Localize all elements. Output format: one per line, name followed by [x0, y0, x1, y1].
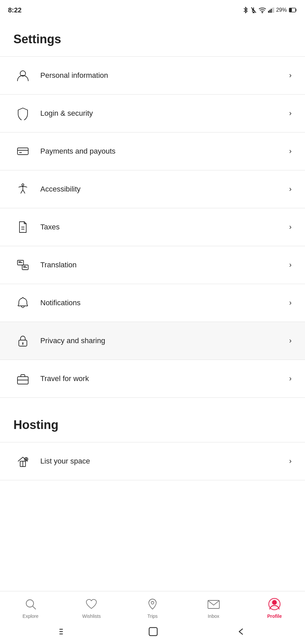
notifications-label: Notifications	[40, 299, 289, 307]
svg-rect-5	[269, 10, 270, 13]
svg-point-30	[26, 600, 34, 607]
travel-work-label: Travel for work	[40, 374, 289, 383]
list-space-item[interactable]: List your space ›	[0, 442, 305, 480]
shield-icon	[13, 104, 32, 123]
chevron-right-icon: ›	[289, 299, 292, 307]
translation-label: Translation	[40, 261, 289, 269]
list-space-label: List your space	[40, 457, 289, 466]
chevron-right-icon: ›	[289, 109, 292, 118]
chevron-right-icon: ›	[289, 223, 292, 231]
payment-icon	[13, 142, 32, 161]
accessibility-item[interactable]: Accessibility ›	[0, 170, 305, 208]
inbox-icon	[206, 597, 221, 611]
svg-rect-23	[17, 377, 28, 384]
payments-item[interactable]: Payments and payouts ›	[0, 132, 305, 170]
personal-info-label: Personal information	[40, 71, 289, 80]
svg-line-31	[33, 606, 36, 609]
nav-wishlists[interactable]: Wishlists	[61, 591, 122, 623]
privacy-label: Privacy and sharing	[40, 336, 289, 345]
svg-rect-8	[273, 7, 274, 13]
accessibility-label: Accessibility	[40, 185, 289, 194]
translation-item[interactable]: Translation ›	[0, 246, 305, 284]
bluetooth-icon	[243, 7, 249, 13]
chevron-right-icon: ›	[289, 71, 292, 80]
svg-point-36	[269, 598, 280, 610]
briefcase-icon	[13, 369, 32, 388]
personal-info-item[interactable]: Personal information ›	[0, 56, 305, 94]
explore-icon	[23, 597, 38, 611]
battery-icon	[289, 8, 297, 12]
chevron-right-icon: ›	[289, 457, 292, 466]
signal-icon	[268, 7, 274, 13]
svg-rect-10	[290, 8, 292, 12]
travel-work-item[interactable]: Travel for work ›	[0, 360, 305, 398]
hosting-list: List your space ›	[0, 442, 305, 480]
accessibility-icon	[13, 180, 32, 199]
svg-point-15	[22, 184, 24, 186]
system-menu-button[interactable]	[59, 628, 70, 637]
payments-label: Payments and payouts	[40, 147, 289, 156]
taxes-item[interactable]: Taxes ›	[0, 208, 305, 246]
svg-point-3	[262, 12, 263, 13]
svg-point-32	[151, 601, 154, 604]
system-home-button[interactable]	[148, 626, 159, 639]
bottom-section: Explore Wishlists Trips	[0, 591, 305, 644]
person-icon	[13, 66, 32, 85]
privacy-item[interactable]: Privacy and sharing ›	[0, 322, 305, 360]
profile-icon	[267, 597, 282, 611]
svg-rect-6	[271, 9, 272, 13]
explore-label: Explore	[23, 613, 38, 619]
chevron-right-icon: ›	[289, 147, 292, 156]
profile-label: Profile	[267, 613, 282, 619]
mute-icon	[251, 7, 257, 13]
translation-icon	[13, 256, 32, 274]
svg-rect-7	[272, 8, 273, 13]
svg-rect-40	[149, 628, 157, 636]
nav-inbox[interactable]: Inbox	[183, 591, 244, 623]
system-back-button[interactable]	[236, 628, 246, 637]
nav-profile[interactable]: Profile	[244, 591, 305, 623]
inbox-label: Inbox	[208, 613, 219, 619]
heart-icon	[84, 597, 99, 611]
chevron-right-icon: ›	[289, 336, 292, 345]
house-icon	[13, 452, 32, 471]
svg-rect-4	[268, 11, 269, 13]
nav-trips[interactable]: Trips	[122, 591, 183, 623]
battery-indicator: 29%	[276, 7, 287, 13]
svg-rect-12	[17, 148, 28, 155]
wishlists-label: Wishlists	[82, 613, 101, 619]
chevron-right-icon: ›	[289, 185, 292, 194]
lock-icon	[13, 331, 32, 350]
notifications-item[interactable]: Notifications ›	[0, 284, 305, 322]
page-content: Settings Personal information › Login & …	[0, 19, 305, 527]
settings-title: Settings	[0, 25, 305, 56]
status-bar: 8:22 29%	[0, 0, 305, 19]
document-icon	[13, 218, 32, 236]
bottom-nav: Explore Wishlists Trips	[0, 591, 305, 623]
status-time: 8:22	[8, 6, 21, 14]
trips-label: Trips	[147, 613, 158, 619]
chevron-right-icon: ›	[289, 261, 292, 269]
settings-list: Personal information › Login & security …	[0, 56, 305, 398]
chevron-right-icon: ›	[289, 374, 292, 383]
nav-explore[interactable]: Explore	[0, 591, 61, 623]
wifi-icon	[259, 7, 266, 13]
login-security-label: Login & security	[40, 109, 289, 118]
trips-icon	[145, 597, 160, 611]
login-security-item[interactable]: Login & security ›	[0, 94, 305, 132]
hosting-title: Hosting	[0, 411, 305, 442]
bell-icon	[13, 293, 32, 312]
taxes-label: Taxes	[40, 223, 289, 231]
system-nav-bar	[0, 623, 305, 644]
status-icons: 29%	[243, 7, 297, 13]
